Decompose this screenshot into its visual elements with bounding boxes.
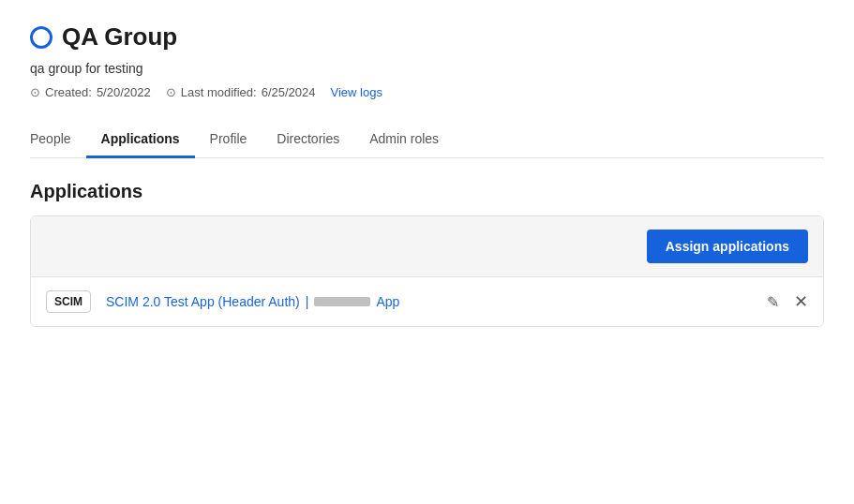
group-icon <box>30 26 52 49</box>
table-row: SCIM SCIM 2.0 Test App (Header Auth) | A… <box>31 277 823 326</box>
created-label: Created: <box>45 85 92 99</box>
app-name: SCIM 2.0 Test App (Header Auth) | App <box>106 294 752 309</box>
toolbar-row: Assign applications <box>31 216 823 277</box>
tabs-nav: People Applications Profile Directories … <box>30 122 824 158</box>
section-title: Applications <box>30 181 824 202</box>
app-actions: ✎ ✕ <box>767 291 808 312</box>
view-logs-link[interactable]: View logs <box>331 85 382 99</box>
group-description: qa group for testing <box>30 61 824 76</box>
applications-container: Assign applications SCIM SCIM 2.0 Test A… <box>30 215 824 327</box>
app-name-text[interactable]: SCIM 2.0 Test App (Header Auth) <box>106 294 300 309</box>
tab-applications[interactable]: Applications <box>86 122 195 158</box>
redacted-bar <box>314 297 370 306</box>
assign-applications-button[interactable]: Assign applications <box>647 230 808 263</box>
tab-profile[interactable]: Profile <box>195 122 262 158</box>
modified-date: 6/25/2024 <box>262 85 316 99</box>
clock-icon-created: ⊙ <box>30 85 40 99</box>
remove-icon[interactable]: ✕ <box>794 291 808 312</box>
tab-people[interactable]: People <box>30 122 86 158</box>
app-name-suffix: App <box>376 294 399 309</box>
edit-icon[interactable]: ✎ <box>767 293 779 311</box>
modified-label: Last modified: <box>181 85 257 99</box>
app-badge: SCIM <box>46 290 91 313</box>
clock-icon-modified: ⊙ <box>166 85 176 99</box>
created-date: 5/20/2022 <box>97 85 151 99</box>
app-name-separator: | <box>306 294 309 309</box>
tab-directories[interactable]: Directories <box>262 122 354 158</box>
tab-admin-roles[interactable]: Admin roles <box>354 122 454 158</box>
meta-row: ⊙ Created: 5/20/2022 ⊙ Last modified: 6/… <box>30 85 824 99</box>
group-title-row: QA Group <box>30 22 824 52</box>
modified-meta: ⊙ Last modified: 6/25/2024 <box>166 85 316 99</box>
page-title: QA Group <box>62 22 177 52</box>
page-header: QA Group qa group for testing ⊙ Created:… <box>30 22 824 99</box>
created-meta: ⊙ Created: 5/20/2022 <box>30 85 151 99</box>
